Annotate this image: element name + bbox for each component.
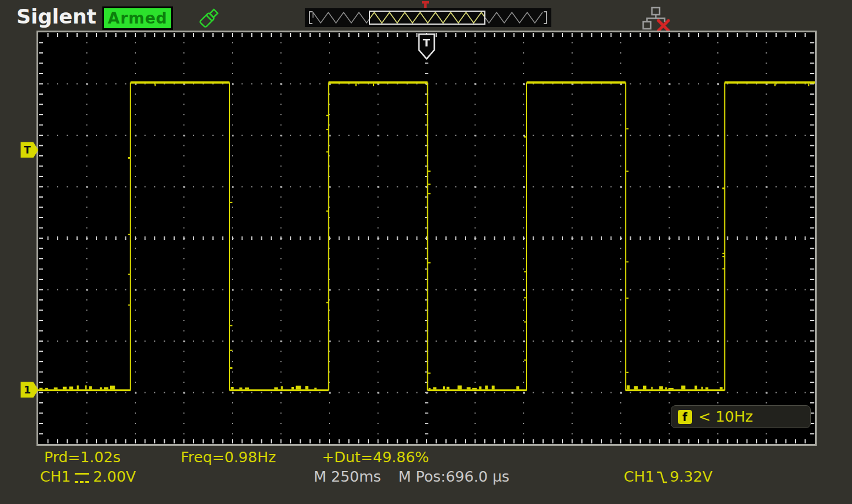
measurement-period: Prd=1.02s bbox=[44, 449, 121, 466]
preview-waveform-canvas bbox=[305, 8, 551, 27]
frequency-counter-value: < 10Hz bbox=[698, 408, 753, 425]
trigger-position-marker[interactable]: T bbox=[418, 33, 435, 61]
channel1-marker-label: 1 bbox=[24, 384, 31, 396]
trigger-level-value: 9.32V bbox=[670, 468, 713, 485]
channel1-scale-value: 2.00V bbox=[93, 468, 136, 485]
trigger-position-preview-icon bbox=[421, 1, 430, 9]
channel1-name: CH1 bbox=[40, 468, 71, 485]
timebase-readout: M 250ms bbox=[314, 468, 381, 485]
trigger-source: CH1 bbox=[624, 468, 654, 485]
horizontal-position-readout: M Pos:696.0 µs bbox=[398, 468, 510, 485]
trigger-status-badge: Armed bbox=[102, 6, 173, 30]
oscilloscope-screen: Siglent Armed T 1 bbox=[0, 0, 852, 504]
dc-coupling-icon bbox=[75, 473, 89, 483]
trigger-level-marker-label: T bbox=[24, 144, 31, 156]
channel1-scale-readout: CH1 2.00V bbox=[40, 468, 136, 485]
trigger-readout: CH1 9.32V bbox=[624, 468, 713, 485]
measurement-duty: +Dut=49.86% bbox=[322, 449, 429, 466]
trigger-position-marker-label: T bbox=[423, 36, 431, 49]
channel1-position-marker[interactable]: 1 bbox=[21, 382, 38, 398]
frequency-counter-overlay: f < 10Hz bbox=[671, 405, 811, 428]
graticule-display bbox=[36, 31, 817, 446]
horizontal-preview-bar bbox=[305, 8, 551, 27]
brand-logo: Siglent bbox=[16, 5, 96, 28]
measurement-frequency: Freq=0.98Hz bbox=[181, 449, 276, 466]
frequency-counter-icon: f bbox=[678, 410, 692, 424]
trigger-level-marker[interactable]: T bbox=[21, 142, 38, 158]
usb-device-icon bbox=[194, 5, 222, 33]
falling-edge-icon bbox=[656, 469, 668, 485]
